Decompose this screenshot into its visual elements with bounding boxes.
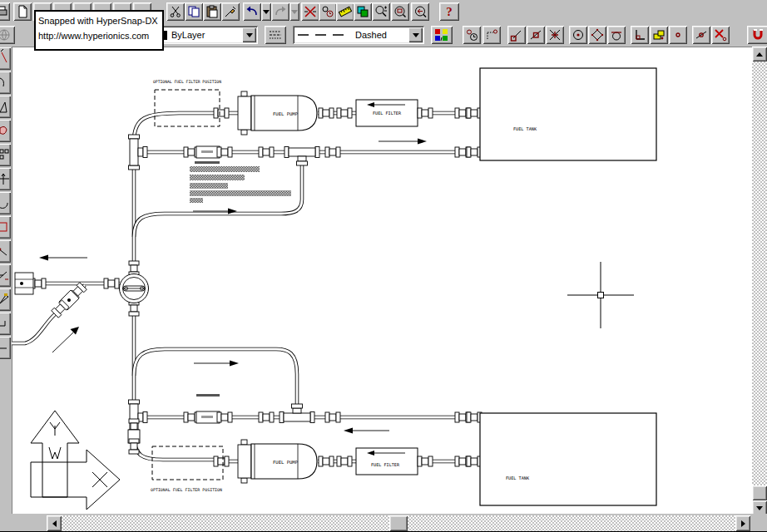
- snap-perpendicular-button[interactable]: [631, 26, 649, 44]
- snap-none-button[interactable]: [711, 26, 730, 44]
- hypersnap-watermark: Snapped with HyperSnap-DX http://www.hyp…: [34, 10, 164, 51]
- magnet-icon: [750, 28, 765, 42]
- application-window: ABC: [0, 0, 767, 532]
- watermark-line2: http://www.hyperionics.com: [38, 28, 160, 43]
- linetype-dropdown-button[interactable]: [408, 27, 423, 42]
- color-control-combo[interactable]: ByLayer: [155, 26, 258, 44]
- snap-midpoint-button[interactable]: [527, 26, 545, 44]
- modify-tool-button[interactable]: [0, 337, 11, 359]
- modify-tool-button[interactable]: [0, 47, 11, 70]
- linetype-field: Dashed: [293, 26, 408, 44]
- dashed-line-preview: [296, 32, 351, 38]
- snap-center-icon: [572, 28, 585, 42]
- left-edge-component: [15, 273, 33, 294]
- fuel-tank-bottom: [480, 413, 656, 505]
- snap-insert-button[interactable]: [650, 26, 668, 44]
- scroll-right-button[interactable]: [735, 515, 750, 531]
- pump-filter-line-bottom: [214, 440, 482, 483]
- modify-tool-button[interactable]: [0, 313, 11, 335]
- snap-quadrant-icon: [591, 28, 604, 42]
- arrow-up-icon: [756, 52, 763, 57]
- osnap-magnet-button[interactable]: [747, 26, 767, 44]
- check-valve-bottom: [184, 411, 232, 423]
- snap-endpoint-icon: [510, 28, 523, 42]
- linetype-control-combo[interactable]: Dashed: [293, 26, 424, 44]
- gascolator: [51, 282, 87, 318]
- scroll-up-button[interactable]: [752, 47, 767, 62]
- pipe-fittings: [15, 135, 482, 454]
- snap-node-button[interactable]: [669, 26, 687, 44]
- snap-perpendicular-icon: [633, 28, 646, 42]
- fuel-selector-valve: [120, 261, 149, 316]
- vertical-scrollbar-track[interactable]: [752, 47, 767, 515]
- snap-node-icon: [671, 28, 685, 42]
- modify-tool-button[interactable]: [0, 168, 11, 190]
- note-text-block: [190, 161, 291, 397]
- snap-intersection-button[interactable]: [546, 26, 564, 44]
- layer-colors-button[interactable]: [431, 26, 453, 44]
- drawing-canvas[interactable]: OPTIONAL FUEL FILTER POSITION OPTIONAL F…: [12, 47, 752, 514]
- color-dropdown-button[interactable]: [242, 27, 256, 42]
- modify-toolbar-clipped: [0, 47, 12, 359]
- linetype-icon: [268, 28, 283, 42]
- scrollbar-corner-right: [750, 514, 767, 532]
- optional-filter-box-bottom: [152, 446, 223, 480]
- pump-filter-line-top: [214, 91, 482, 135]
- modify-tool-button[interactable]: [0, 216, 11, 239]
- optional-filter-label-bottom: OPTIONAL FUEL FILTER POSITION: [151, 488, 222, 492]
- modify-tool-button[interactable]: [0, 144, 11, 166]
- globe-disabled-icon: [0, 28, 11, 42]
- modify-tool-button[interactable]: [0, 120, 11, 142]
- modify-tool-button[interactable]: [0, 240, 11, 263]
- fuel-tank-label-top: FUEL TANK: [513, 126, 537, 131]
- vertical-scrollbar-thumb[interactable]: [752, 485, 767, 500]
- vertical-scrollbar: [752, 47, 767, 515]
- check-valve-top: [184, 146, 232, 158]
- modify-tool-button[interactable]: [0, 288, 11, 311]
- direction-symbol: [31, 411, 120, 510]
- layer-colors-icon: [434, 28, 449, 42]
- arrow-down-icon: [756, 506, 763, 510]
- fuel-system-schematic: OPTIONAL FUEL FILTER POSITION OPTIONAL F…: [12, 47, 752, 514]
- modify-tool-button[interactable]: [0, 71, 11, 94]
- fuel-pump-label-bottom: FUEL PUMP: [273, 460, 298, 465]
- snap-settings-button[interactable]: [463, 26, 481, 44]
- chevron-down-icon: [246, 33, 253, 37]
- fuel-tank-top: [480, 68, 656, 160]
- fuel-filter-label-bottom: FUEL FILTER: [371, 462, 400, 467]
- watermark-line1: Snapped with HyperSnap-DX: [38, 13, 160, 28]
- snap-nearest-icon: [695, 28, 708, 42]
- modify-tool-button[interactable]: [0, 192, 11, 214]
- snap-center-button[interactable]: [569, 26, 587, 44]
- scroll-left-button[interactable]: [47, 515, 62, 531]
- snap-intersection-icon: [548, 28, 562, 42]
- snap-midpoint-icon: [529, 28, 542, 42]
- tracking-button[interactable]: [482, 26, 501, 44]
- crosshair-cursor: [567, 262, 634, 328]
- tracking-icon: [485, 28, 498, 42]
- optional-filter-label-top: OPTIONAL FUEL FILTER POSITION: [153, 80, 221, 84]
- snap-tangent-icon: [610, 28, 623, 42]
- optional-filter-box-top: [155, 90, 220, 126]
- fuel-pump-label-top: FUEL PUMP: [273, 111, 298, 116]
- web-button-disabled: [0, 26, 15, 44]
- snap-nearest-button[interactable]: [692, 26, 710, 44]
- snap-quadrant-button[interactable]: [588, 26, 606, 44]
- fuel-filter-label-top: FUEL FILTER: [373, 111, 402, 116]
- modify-tool-button[interactable]: [0, 96, 11, 118]
- horizontal-scrollbar: [0, 515, 767, 532]
- snap-tangent-button[interactable]: [607, 26, 626, 44]
- chevron-down-icon: [413, 33, 419, 37]
- linetype-value: Dashed: [355, 30, 387, 40]
- snap-none-icon: [714, 28, 727, 42]
- fuel-tank-label-bottom: FUEL TANK: [506, 475, 529, 480]
- snap-endpoint-button[interactable]: [507, 26, 526, 44]
- horizontal-scrollbar-thumb[interactable]: [389, 515, 408, 531]
- linetype-button[interactable]: [265, 26, 286, 44]
- snap-insert-icon: [652, 28, 666, 42]
- snap-settings-icon: [465, 28, 478, 42]
- arrow-left-icon: [52, 520, 57, 527]
- color-field: ByLayer: [155, 26, 242, 44]
- color-value: ByLayer: [171, 30, 205, 40]
- modify-tool-button[interactable]: [0, 264, 11, 287]
